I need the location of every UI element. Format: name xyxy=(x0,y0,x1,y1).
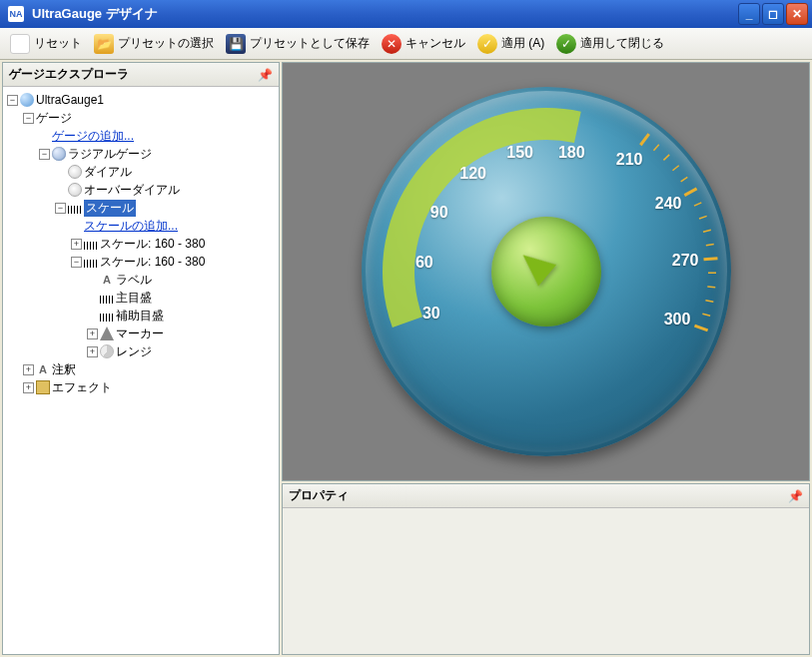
gauge-tick-label: 30 xyxy=(422,305,440,323)
tick-icon xyxy=(100,296,114,304)
open-preset-button[interactable]: 📂 プリセットの選択 xyxy=(90,32,218,56)
floppy-save-icon: 💾 xyxy=(226,34,246,54)
maximize-button[interactable]: ◻ xyxy=(762,3,784,25)
tree-scale[interactable]: − スケール xyxy=(55,199,277,217)
cancel-button[interactable]: ✕ キャンセル xyxy=(378,32,469,56)
radial-gauge-label: ラジアルゲージ xyxy=(68,146,152,163)
text-a-icon: A xyxy=(100,273,114,287)
tree-minor-tick[interactable]: 補助目盛 xyxy=(87,307,277,325)
collapse-icon[interactable]: − xyxy=(71,257,82,268)
tree-over-dial[interactable]: オーバーダイアル xyxy=(55,181,277,199)
tree-radial-gauge[interactable]: − ラジアルゲージ xyxy=(39,145,277,163)
radial-gauge-icon xyxy=(52,147,66,161)
ok-icon: ✓ xyxy=(556,34,576,54)
gauge-explorer-panel: ゲージエクスプローラ 📌 − UltraGauge1 − ゲージ xyxy=(2,62,280,655)
scale-icon xyxy=(84,260,98,268)
effect-label: エフェクト xyxy=(52,379,112,396)
gauge-tick-label: 300 xyxy=(664,311,691,328)
gauge-tick-label: 90 xyxy=(430,204,448,222)
properties-empty xyxy=(283,508,809,654)
tree-add-scale[interactable]: スケールの追加... xyxy=(71,217,277,235)
open-label: プリセットの選択 xyxy=(118,35,214,52)
tick-icon xyxy=(100,314,114,322)
apply-icon: ✓ xyxy=(477,34,497,54)
dial-icon xyxy=(68,165,82,179)
properties-title: プロパティ xyxy=(289,487,349,504)
dial-icon xyxy=(68,183,82,197)
app-icon: NA xyxy=(8,6,24,22)
gauge-tick-label: 60 xyxy=(415,254,433,272)
pin-icon[interactable]: 📌 xyxy=(258,68,273,82)
annotation-label: 注釈 xyxy=(52,361,76,378)
explorer-header: ゲージエクスプローラ 📌 xyxy=(3,63,279,87)
expand-icon[interactable]: + xyxy=(87,346,98,357)
effect-icon xyxy=(36,380,50,394)
tree-dial[interactable]: ダイアル xyxy=(55,163,277,181)
scale-icon xyxy=(68,206,82,214)
collapse-icon[interactable]: − xyxy=(7,95,18,106)
expand-icon[interactable]: + xyxy=(71,239,82,250)
tree-root[interactable]: − UltraGauge1 xyxy=(7,91,277,109)
gauge-tick-label: 150 xyxy=(506,144,533,162)
gauge-tick-label: 240 xyxy=(655,195,682,213)
tree-effect[interactable]: + エフェクト xyxy=(23,378,277,396)
folder-open-icon: 📂 xyxy=(94,34,114,54)
range-label: レンジ xyxy=(116,343,152,360)
save-label: プリセットとして保存 xyxy=(250,35,370,52)
pin-icon[interactable]: 📌 xyxy=(788,489,803,503)
add-scale-link[interactable]: スケールの追加... xyxy=(84,218,178,235)
tree-range[interactable]: + レンジ xyxy=(87,342,277,360)
tree-scale-2[interactable]: − スケール: 160 - 380 xyxy=(71,253,277,271)
dial-label: ダイアル xyxy=(84,164,132,181)
properties-header: プロパティ 📌 xyxy=(283,484,809,508)
tree-add-gauge[interactable]: ゲージの追加... xyxy=(39,127,277,145)
explorer-tree[interactable]: − UltraGauge1 − ゲージ xyxy=(3,87,279,654)
cancel-icon: ✕ xyxy=(382,34,402,54)
close-button[interactable]: ✕ xyxy=(786,3,808,25)
titlebar: NA UltraGauge デザイナ _ ◻ ✕ xyxy=(0,0,812,28)
expand-icon[interactable]: + xyxy=(23,364,34,375)
radial-gauge-preview: 306090120150180210240270300 xyxy=(362,87,731,456)
minor-tick-label: 補助目盛 xyxy=(116,308,164,325)
marker-label: マーカー xyxy=(116,326,164,342)
gauge-tick-label: 270 xyxy=(672,252,699,270)
scale-label: スケール xyxy=(84,200,136,217)
scale-icon xyxy=(84,242,98,250)
apply-close-label: 適用して閉じる xyxy=(580,35,664,52)
save-preset-button[interactable]: 💾 プリセットとして保存 xyxy=(222,32,374,56)
tree-scale-1[interactable]: + スケール: 160 - 380 xyxy=(71,235,277,253)
window-title: UltraGauge デザイナ xyxy=(28,5,738,23)
apply-label: 適用 (A) xyxy=(501,35,544,52)
minimize-button[interactable]: _ xyxy=(738,3,760,25)
apply-button[interactable]: ✓ 適用 (A) xyxy=(473,32,548,56)
tree-scale-label[interactable]: A ラベル xyxy=(87,271,277,289)
toolbar: リセット 📂 プリセットの選択 💾 プリセットとして保存 ✕ キャンセル ✓ 適… xyxy=(0,28,812,60)
gauge-tick-label: 120 xyxy=(459,165,486,183)
collapse-icon[interactable]: − xyxy=(55,203,66,214)
reset-button[interactable]: リセット xyxy=(6,32,86,56)
collapse-icon[interactable]: − xyxy=(23,113,34,124)
scale-label-txt: ラベル xyxy=(116,272,152,289)
tree-major-tick[interactable]: 主目盛 xyxy=(87,289,277,307)
reset-label: リセット xyxy=(34,35,82,52)
scale2-label: スケール: 160 - 380 xyxy=(100,254,205,271)
gauge-tick-label: 210 xyxy=(616,151,643,169)
gauge-tick-label: 180 xyxy=(558,144,585,162)
over-dial-label: オーバーダイアル xyxy=(84,182,180,199)
explorer-title: ゲージエクスプローラ xyxy=(9,66,129,83)
tree-gauges[interactable]: − ゲージ xyxy=(23,109,277,127)
cancel-label: キャンセル xyxy=(406,35,465,52)
gauge-root-icon xyxy=(20,93,34,107)
blank-page-icon xyxy=(10,34,30,54)
add-gauge-link[interactable]: ゲージの追加... xyxy=(52,128,134,145)
range-icon xyxy=(100,344,114,358)
tree-marker[interactable]: + マーカー xyxy=(87,325,277,342)
apply-close-button[interactable]: ✓ 適用して閉じる xyxy=(552,32,668,56)
expand-icon[interactable]: + xyxy=(23,382,34,393)
expand-icon[interactable]: + xyxy=(87,328,98,339)
annotation-icon: A xyxy=(36,362,50,376)
properties-panel: プロパティ 📌 xyxy=(282,483,810,655)
collapse-icon[interactable]: − xyxy=(39,149,50,160)
tree-annotation[interactable]: + A 注釈 xyxy=(23,360,277,378)
marker-icon xyxy=(100,327,114,340)
